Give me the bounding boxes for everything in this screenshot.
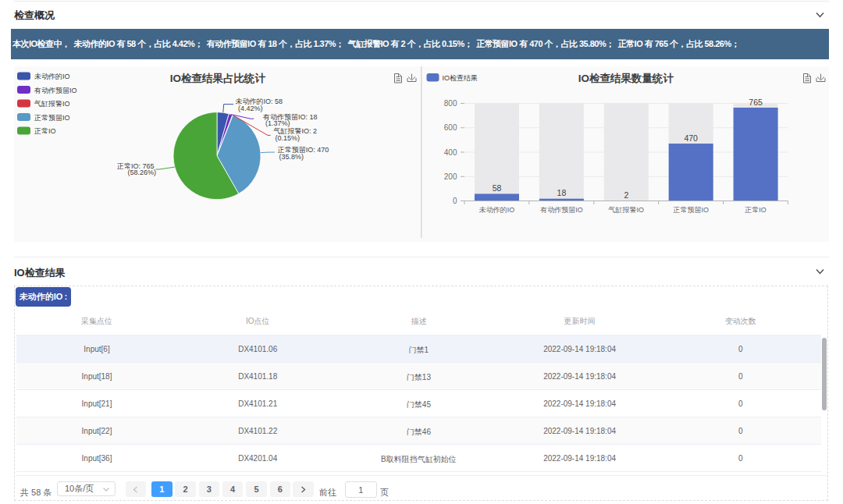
svg-text:(0.15%): (0.15%) bbox=[276, 134, 301, 142]
svg-text:600: 600 bbox=[444, 123, 457, 132]
svg-text:2: 2 bbox=[624, 190, 628, 200]
svg-text:(35.8%): (35.8%) bbox=[279, 153, 304, 161]
svg-text:有动作预留IO: 有动作预留IO bbox=[539, 206, 583, 214]
svg-text:正常IO: 正常IO bbox=[34, 127, 56, 135]
svg-text:IO检查结果: IO检查结果 bbox=[443, 74, 478, 82]
svg-text:765: 765 bbox=[749, 98, 763, 107]
svg-text:58: 58 bbox=[493, 183, 502, 193]
svg-text:0: 0 bbox=[453, 197, 457, 205]
svg-text:正常IO: 正常IO bbox=[744, 206, 767, 214]
svg-text:400: 400 bbox=[444, 148, 457, 157]
svg-text:正常预留IO: 正常预留IO bbox=[34, 114, 70, 122]
svg-text:IO检查结果数量统计: IO检查结果数量统计 bbox=[578, 73, 674, 84]
svg-text:气缸报警IO: 气缸报警IO bbox=[608, 206, 645, 214]
svg-text:800: 800 bbox=[444, 99, 457, 108]
svg-text:200: 200 bbox=[444, 172, 457, 181]
svg-text:气缸报警IO: 气缸报警IO bbox=[34, 100, 70, 108]
svg-text:正常预留IO: 正常预留IO bbox=[672, 206, 709, 214]
svg-text:(1.37%): (1.37%) bbox=[265, 119, 290, 127]
svg-text:(58.26%): (58.26%) bbox=[127, 169, 156, 176]
svg-text:有动作预留IO: 有动作预留IO bbox=[34, 87, 77, 94]
svg-text:未动作的IO: 未动作的IO bbox=[479, 206, 515, 214]
svg-text:18: 18 bbox=[557, 188, 567, 197]
svg-text:IO检查结果占比统计: IO检查结果占比统计 bbox=[170, 73, 266, 84]
svg-text:(4.42%): (4.42%) bbox=[238, 105, 263, 112]
svg-text:未动作的IO: 未动作的IO bbox=[34, 73, 70, 80]
svg-text:470: 470 bbox=[684, 133, 698, 143]
